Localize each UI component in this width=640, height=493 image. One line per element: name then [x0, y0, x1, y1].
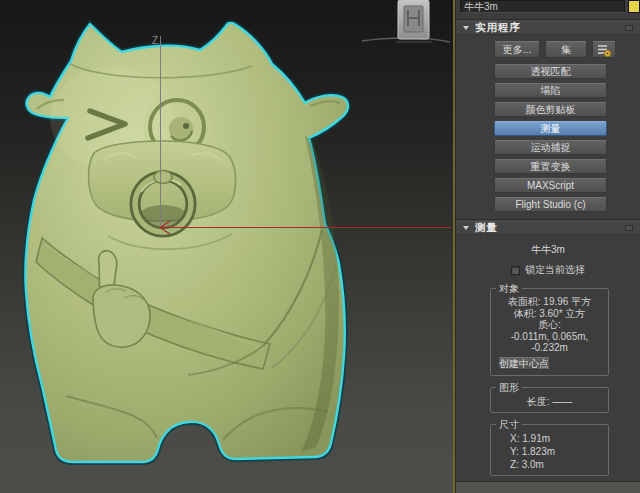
rollout-title: 实用程序 — [475, 21, 625, 35]
rollout-measure[interactable]: 测量 — [456, 221, 640, 235]
utility-button-collapse[interactable]: 塌陷 — [494, 83, 607, 98]
create-center-point-button[interactable]: 创建中心点 — [498, 357, 550, 370]
model-bull[interactable] — [25, 23, 348, 462]
triangle-down-icon — [463, 26, 469, 30]
app-window: Z 实用程序 更多... 集 — [0, 0, 640, 493]
shapes-group: 图形 长度: —— — [490, 387, 609, 413]
object-name-row — [456, 0, 640, 15]
command-panel: 实用程序 更多... 集 透视匹配 塌陷 颜色剪贴板 测量 运动捕捉 重置变换 … — [455, 0, 640, 493]
length-value: 长度: —— — [494, 395, 605, 408]
utility-button-color-clipboard[interactable]: 颜色剪贴板 — [494, 102, 607, 117]
centroid-z-value: -0.232m — [494, 342, 605, 354]
surface-area-value: 表面积: 19.96 平方 — [494, 296, 605, 308]
utility-top-buttons: 更多... 集 — [494, 41, 616, 58]
centroid-label: 质心: — [494, 319, 605, 331]
object-group: 对象 表面积: 19.96 平方 体积: 3.60* 立方 质心: -0.011… — [490, 288, 609, 376]
shapes-group-title: 图形 — [496, 382, 522, 393]
rollout-utilities[interactable]: 实用程序 — [456, 21, 640, 35]
dimension-z: Z: 3.0m — [494, 458, 605, 471]
triangle-down-icon — [463, 226, 469, 230]
utility-button-measure[interactable]: 测量 — [494, 121, 607, 136]
utility-button-flight-studio[interactable]: Flight Studio (c) — [494, 197, 607, 212]
utility-button-maxscript[interactable]: MAXScript — [494, 178, 607, 193]
open-eye-pupil — [183, 123, 189, 129]
lock-selection-checkbox[interactable] — [511, 266, 520, 275]
volume-value: 体积: 3.60* 立方 — [494, 308, 605, 320]
utility-button-motion-capture[interactable]: 运动捕捉 — [494, 140, 607, 155]
dimension-x: X: 1.91m — [494, 432, 605, 445]
more-button[interactable]: 更多... — [494, 41, 540, 58]
utility-button-reset-xform[interactable]: 重置变换 — [494, 159, 607, 174]
utility-button-perspective-match[interactable]: 透视匹配 — [494, 64, 607, 79]
dimensions-group: 尺寸 X: 1.91m Y: 1.823m Z: 3.0m — [490, 424, 609, 476]
panel-bottom-edge — [456, 481, 640, 493]
centroid-xy-value: -0.011m, 0.065m, — [494, 331, 605, 343]
object-group-title: 对象 — [496, 283, 522, 294]
measured-object-name: 牛牛3m — [456, 243, 640, 257]
rollout-gripper-icon — [625, 225, 633, 231]
rollout-gripper-icon — [625, 25, 633, 31]
rollout-title: 测量 — [475, 221, 625, 235]
gizmo-z-label: Z — [152, 35, 158, 46]
list-gear-icon — [596, 43, 612, 57]
dimension-y: Y: 1.823m — [494, 445, 605, 458]
lock-selection-row: 锁定当前选择 — [456, 263, 640, 277]
viewport-3d[interactable]: Z — [0, 0, 455, 493]
viewport-scene: Z — [0, 0, 453, 493]
lock-selection-label: 锁定当前选择 — [525, 263, 585, 277]
configure-button-sets-button[interactable] — [592, 41, 616, 58]
helper-object[interactable] — [362, 0, 450, 42]
object-color-swatch[interactable] — [628, 0, 640, 13]
nose-ring-hinge — [154, 171, 172, 184]
object-name-field[interactable] — [460, 0, 625, 13]
dimensions-group-title: 尺寸 — [496, 419, 522, 430]
utility-button-stack: 透视匹配 塌陷 颜色剪贴板 测量 运动捕捉 重置变换 MAXScript Fli… — [494, 64, 607, 212]
sets-button[interactable]: 集 — [545, 41, 587, 58]
